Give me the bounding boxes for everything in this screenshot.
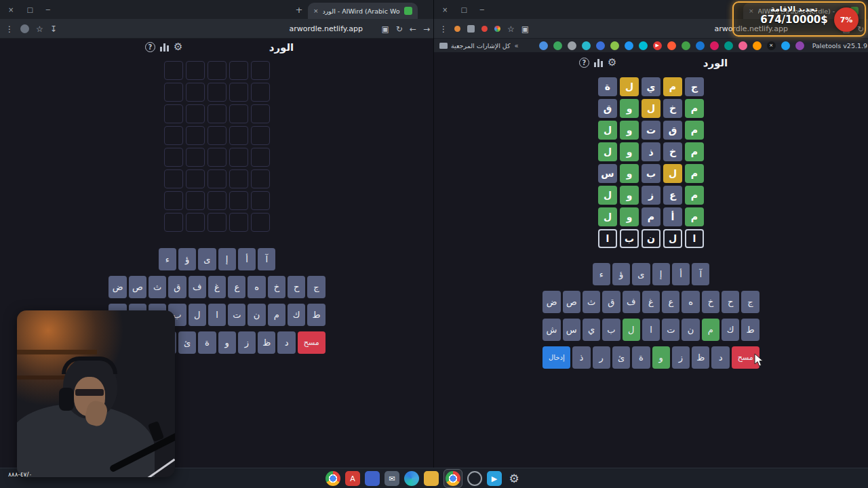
letter-key[interactable]: ط [741, 319, 759, 341]
letter-key[interactable]: ؤ [612, 263, 630, 285]
chrome-taskbar-icon[interactable] [326, 471, 340, 486]
help-icon[interactable]: ? [579, 58, 589, 68]
letter-key[interactable]: خ [702, 291, 719, 313]
letter-key[interactable]: ع [228, 276, 245, 298]
bookmark-favicon[interactable]: ▶ [653, 41, 662, 50]
bookmark-favicon[interactable] [667, 41, 676, 50]
letter-key[interactable]: ن [248, 304, 265, 326]
close-window-icon[interactable]: × [8, 6, 14, 14]
reload-icon[interactable]: ↻ [396, 24, 403, 34]
bookmark-favicon[interactable] [596, 41, 605, 50]
letter-key[interactable]: ذ [572, 346, 590, 369]
letter-key[interactable]: ج [741, 291, 759, 313]
extension-icon[interactable] [467, 25, 475, 33]
letter-key[interactable]: ج [307, 276, 325, 298]
mail-app-taskbar-icon[interactable]: ✉ [384, 471, 399, 486]
minimize-window-icon[interactable]: ─ [480, 6, 484, 14]
minimize-window-icon[interactable]: ─ [46, 6, 50, 14]
letter-key[interactable]: أ [238, 248, 256, 270]
colorwheel-extension-icon[interactable] [494, 26, 500, 32]
bookmark-favicon[interactable] [582, 41, 591, 50]
letter-key[interactable]: ز [672, 346, 690, 369]
letter-key[interactable]: خ [268, 276, 285, 298]
letter-key[interactable]: ق [602, 291, 620, 313]
letter-key[interactable]: ة [632, 346, 650, 369]
recording-indicator-icon[interactable] [454, 26, 460, 32]
letter-key[interactable]: ظ [692, 346, 709, 369]
letter-key[interactable]: ف [189, 276, 206, 298]
delete-key[interactable]: مسح [298, 331, 326, 354]
bookmark-favicon[interactable] [696, 41, 705, 50]
letter-key[interactable]: ا [642, 319, 660, 341]
letter-key[interactable]: غ [642, 291, 660, 313]
letter-key[interactable]: ة [198, 331, 216, 354]
bookmark-paletools[interactable]: Paletools v25.1.9 [812, 42, 867, 49]
bookmark-favicon[interactable] [568, 41, 576, 50]
letter-key[interactable]: ث [149, 276, 166, 298]
letter-key[interactable]: ت [662, 319, 679, 341]
letter-key[interactable]: م [702, 319, 719, 341]
letter-key[interactable]: ئ [612, 346, 630, 369]
letter-key[interactable]: ى [198, 248, 216, 270]
close-tab-icon[interactable]: × [313, 7, 319, 14]
bookmark-star-icon[interactable]: ☆ [507, 24, 515, 34]
windows-start-taskbar-icon[interactable] [526, 471, 541, 486]
letter-key[interactable]: و [218, 331, 236, 354]
all-bookmarks-label[interactable]: كل الإشارات المرجعية [451, 42, 511, 49]
letter-key[interactable]: آ [258, 248, 275, 270]
letter-key[interactable]: ب [602, 319, 620, 341]
help-icon[interactable]: ? [145, 42, 155, 52]
letter-key[interactable]: ك [288, 304, 305, 326]
back-icon[interactable]: → [423, 24, 430, 34]
bookmark-favicon[interactable] [724, 41, 733, 50]
bookmark-favicon[interactable]: × [767, 41, 776, 50]
letter-key[interactable]: ي [583, 319, 600, 341]
letter-key[interactable]: و [652, 346, 670, 369]
telegram-taskbar-icon[interactable]: ▶ [487, 471, 502, 486]
edge-taskbar-icon[interactable] [404, 471, 419, 486]
bookmark-favicon[interactable] [682, 41, 690, 50]
letter-key[interactable]: ل [189, 304, 206, 326]
letter-key[interactable]: ط [307, 304, 325, 326]
sidebar-icon[interactable]: ▣ [381, 24, 389, 34]
profile-icon[interactable] [20, 24, 29, 33]
bookmark-favicon[interactable] [781, 41, 790, 50]
letter-key[interactable]: ع [662, 291, 679, 313]
letter-key[interactable]: ح [722, 291, 739, 313]
url-bar[interactable]: arwordle.netlify.app [289, 19, 363, 39]
bookmark-favicon[interactable] [738, 41, 747, 50]
bookmark-favicon[interactable] [795, 41, 804, 50]
letter-key[interactable]: ظ [258, 331, 275, 354]
letter-key[interactable]: ء [159, 248, 176, 270]
letter-key[interactable]: ش [542, 319, 560, 341]
blue-app-taskbar-icon[interactable] [365, 471, 380, 486]
letter-key[interactable]: غ [208, 276, 226, 298]
letter-key[interactable]: أ [672, 263, 690, 285]
letter-key[interactable]: ت [228, 304, 245, 326]
maximize-window-icon[interactable]: □ [26, 6, 33, 14]
letter-key[interactable]: ر [593, 346, 610, 369]
download-icon[interactable]: ↧ [50, 24, 57, 34]
bookmark-favicon[interactable] [753, 41, 762, 50]
bookmarks-overflow-icon[interactable]: « [515, 42, 519, 49]
folder-taskbar-icon[interactable] [424, 471, 439, 486]
gear-icon[interactable]: ⚙ [174, 42, 182, 52]
letter-key[interactable]: آ [692, 263, 709, 285]
stats-icon[interactable] [160, 43, 169, 52]
close-window-icon[interactable]: × [442, 6, 448, 14]
forward-icon[interactable]: ← [410, 24, 416, 34]
bookmark-favicon[interactable] [625, 41, 633, 50]
kebab-menu-icon[interactable]: ⋮ [439, 24, 448, 34]
bookmark-favicon[interactable] [539, 41, 548, 50]
bookmark-favicon[interactable] [639, 41, 648, 50]
letter-key[interactable]: ا [208, 304, 226, 326]
letter-key[interactable]: ء [593, 263, 610, 285]
letter-key[interactable]: ن [682, 319, 699, 341]
letter-key[interactable]: ض [108, 276, 126, 298]
bookmark-favicon[interactable] [710, 41, 719, 50]
letter-key[interactable]: ك [722, 319, 739, 341]
letter-key[interactable]: ض [542, 291, 560, 313]
settings-taskbar-icon[interactable]: ⚙ [507, 471, 521, 486]
stats-icon[interactable] [594, 58, 603, 67]
kebab-menu-icon[interactable]: ⋮ [5, 24, 14, 34]
